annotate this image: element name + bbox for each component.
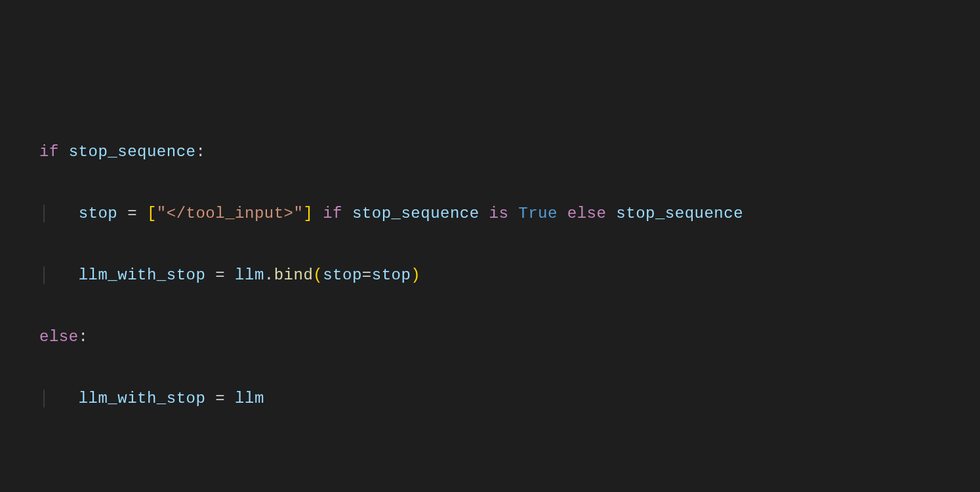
code-line[interactable]: if stop_sequence: <box>39 136 980 167</box>
code-line[interactable]: else: <box>39 321 980 352</box>
code-token: if <box>39 143 59 161</box>
code-token: ( <box>313 266 323 284</box>
code-token <box>480 205 489 222</box>
code-token: = <box>127 205 137 222</box>
code-token: llm <box>235 266 264 284</box>
code-token <box>117 205 127 222</box>
code-token: bind <box>274 266 314 284</box>
code-token: llm_with_stop <box>79 266 206 284</box>
code-token <box>225 390 235 407</box>
code-token: = <box>215 266 225 284</box>
code-token: if <box>323 205 342 222</box>
code-token: stop <box>372 266 411 284</box>
code-token: stop_sequence <box>352 205 480 222</box>
code-token <box>205 390 215 407</box>
code-token: stop_sequence <box>616 205 743 222</box>
code-token: . <box>264 266 274 284</box>
code-token: stop <box>323 266 362 284</box>
code-token <box>508 205 518 222</box>
code-token: stop <box>79 205 118 222</box>
code-token: = <box>362 266 372 284</box>
code-token <box>606 205 616 222</box>
code-token: ] <box>303 205 313 222</box>
code-token <box>205 266 215 284</box>
code-token: "</tool_input>" <box>157 205 304 222</box>
code-token: = <box>215 390 225 407</box>
code-token <box>225 266 235 284</box>
code-line[interactable]: │ llm_with_stop = llm.bind(stop=stop) <box>39 260 980 291</box>
code-token <box>558 205 567 222</box>
code-token <box>59 143 69 161</box>
code-token: llm <box>235 390 264 407</box>
code-line[interactable]: │ stop = ["</tool_input>"] if stop_seque… <box>39 198 980 229</box>
code-token <box>313 205 323 222</box>
code-token <box>342 205 352 222</box>
code-token: ) <box>411 266 420 284</box>
code-token: else <box>39 328 79 346</box>
code-token <box>137 205 147 222</box>
code-token: else <box>567 205 607 222</box>
code-token: llm_with_stop <box>79 390 206 407</box>
code-token: is <box>489 205 509 222</box>
code-line[interactable] <box>39 445 980 476</box>
code-token <box>39 451 49 469</box>
code-token: [ <box>147 205 157 222</box>
code-editor[interactable]: if stop_sequence: │ stop = ["</tool_inpu… <box>39 136 980 492</box>
code-token: True <box>518 205 558 222</box>
code-token: : <box>195 143 205 161</box>
code-line[interactable]: │ llm_with_stop = llm <box>39 383 980 414</box>
code-token: : <box>79 328 89 346</box>
code-token: stop_sequence <box>69 143 196 161</box>
